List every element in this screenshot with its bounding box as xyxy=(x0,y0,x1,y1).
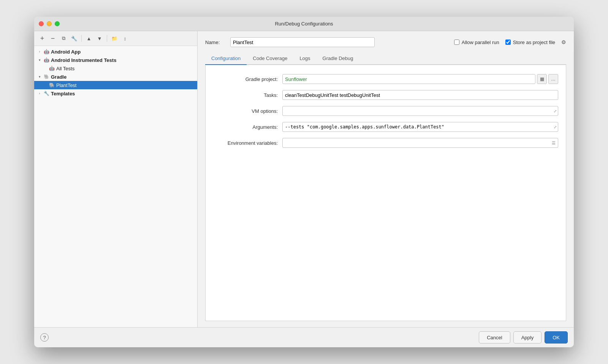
header-options: Allow parallel run Store as project file… xyxy=(454,39,566,45)
maximize-button[interactable] xyxy=(55,21,60,26)
vm-options-wrapper: ⤢ xyxy=(282,106,558,116)
templates-icon: 🔧 xyxy=(43,90,49,97)
sidebar-item-label: Android Instrumented Tests xyxy=(51,57,116,63)
dialog-title: Run/Debug Configurations xyxy=(275,21,333,27)
store-project-checkbox[interactable] xyxy=(505,40,511,45)
tab-gradle-debug[interactable]: Gradle Debug xyxy=(317,52,359,65)
remove-config-button[interactable]: − xyxy=(49,34,57,43)
sort-button[interactable]: ↕ xyxy=(121,34,129,43)
gradle-project-select-btn[interactable]: ▦ xyxy=(537,74,547,84)
folder-select-icon: ▦ xyxy=(540,76,544,82)
config-tree: 🤖 Android App 🤖 Android Instrumented Tes… xyxy=(34,46,197,327)
vm-options-row: VM options: ⤢ xyxy=(213,106,558,116)
tree-arrow-icon xyxy=(37,91,42,96)
main-content: Name: Allow parallel run Store as projec… xyxy=(198,31,574,327)
add-icon: + xyxy=(40,35,44,42)
window-controls xyxy=(39,21,60,26)
env-variables-wrapper: ☰ xyxy=(282,138,558,148)
more-icon: … xyxy=(551,76,556,82)
add-config-button[interactable]: + xyxy=(38,34,46,43)
sidebar-item-label: Templates xyxy=(51,91,75,97)
configuration-tab-content: Gradle project: ▦ … xyxy=(205,65,566,321)
vm-expand-icon[interactable]: ⤢ xyxy=(554,109,557,113)
sidebar-item-label: Gradle xyxy=(51,74,66,80)
env-variables-row: Environment variables: ☰ xyxy=(213,138,558,148)
sidebar-item-templates[interactable]: 🔧 Templates xyxy=(34,89,197,98)
allow-parallel-label: Allow parallel run xyxy=(462,40,499,45)
planttest-icon: 🐘 xyxy=(49,82,55,88)
up-arrow-icon: ▲ xyxy=(87,36,92,41)
all-tests-icon: 🤖 xyxy=(49,65,55,71)
android-app-icon: 🤖 xyxy=(43,49,49,55)
dialog-body: + − ⧉ 🔧 ▲ ▼ � xyxy=(34,31,574,327)
tree-arrow-icon xyxy=(37,58,42,62)
gradle-project-input[interactable] xyxy=(282,74,535,84)
sort-icon: ↕ xyxy=(124,36,127,41)
name-row: Name: Allow parallel run Store as projec… xyxy=(205,37,566,47)
gradle-icon: 🐘 xyxy=(43,74,49,80)
allow-parallel-row: Allow parallel run xyxy=(454,40,499,45)
gradle-project-row: Gradle project: ▦ … xyxy=(213,74,558,84)
tree-arrow-icon xyxy=(37,49,42,54)
ok-button[interactable]: OK xyxy=(545,331,568,343)
sidebar-item-all-tests[interactable]: 🤖 All Tests xyxy=(34,64,197,73)
tab-configuration[interactable]: Configuration xyxy=(205,52,247,65)
sidebar-item-label: Android App xyxy=(51,49,81,55)
sidebar-toolbar: + − ⧉ 🔧 ▲ ▼ � xyxy=(34,31,197,46)
arguments-expand-icon[interactable]: ⤢ xyxy=(554,125,557,129)
store-project-label: Store as project file xyxy=(513,40,555,45)
gradle-project-more-btn[interactable]: … xyxy=(548,74,558,84)
settings-gear-icon[interactable]: ⚙ xyxy=(561,39,566,45)
bottom-bar: ? Cancel Apply OK xyxy=(34,327,574,347)
folder-button[interactable]: 📁 xyxy=(110,34,119,43)
android-instrumented-icon: 🤖 xyxy=(43,57,49,63)
tasks-wrapper xyxy=(282,90,558,100)
apply-button[interactable]: Apply xyxy=(513,331,542,343)
minimize-button[interactable] xyxy=(47,21,52,26)
gradle-project-wrapper xyxy=(282,74,535,84)
help-button[interactable]: ? xyxy=(40,333,49,342)
remove-icon: − xyxy=(51,35,55,42)
tabs-bar: Configuration Code Coverage Logs Gradle … xyxy=(205,52,566,65)
name-label: Name: xyxy=(205,40,224,45)
sidebar-item-label: All Tests xyxy=(56,66,74,71)
move-down-button[interactable]: ▼ xyxy=(95,34,104,43)
cancel-button[interactable]: Cancel xyxy=(479,331,510,343)
arguments-wrapper: ⤢ xyxy=(282,122,558,132)
sidebar-item-label: PlantTest xyxy=(56,82,76,88)
sidebar-item-planttest[interactable]: 🐘 PlantTest xyxy=(34,81,197,89)
tree-arrow-icon xyxy=(37,74,42,79)
gradle-project-label: Gradle project: xyxy=(213,76,278,82)
title-bar: Run/Debug Configurations xyxy=(34,17,574,31)
env-variables-input[interactable] xyxy=(282,138,558,148)
run-debug-dialog: Run/Debug Configurations + − ⧉ 🔧 xyxy=(34,17,574,347)
sidebar-item-gradle[interactable]: 🐘 Gradle xyxy=(34,73,197,81)
sidebar-item-android-app[interactable]: 🤖 Android App xyxy=(34,47,197,56)
move-up-button[interactable]: ▲ xyxy=(85,34,93,43)
wrench-button[interactable]: 🔧 xyxy=(70,34,78,43)
sidebar-item-android-instrumented[interactable]: 🤖 Android Instrumented Tests xyxy=(34,56,197,64)
name-input[interactable] xyxy=(230,37,375,47)
tasks-input[interactable] xyxy=(282,90,558,100)
toolbar-separator-2 xyxy=(107,35,107,42)
folder-icon: 📁 xyxy=(111,36,117,41)
gradle-project-input-group: ▦ … xyxy=(282,74,558,84)
arguments-row: Arguments: ⤢ xyxy=(213,122,558,132)
arguments-input[interactable] xyxy=(282,122,558,132)
env-variables-label: Environment variables: xyxy=(213,140,278,146)
store-project-row: Store as project file xyxy=(505,40,555,45)
env-browse-icon[interactable]: ☰ xyxy=(550,139,557,147)
close-button[interactable] xyxy=(39,21,44,26)
down-arrow-icon: ▼ xyxy=(97,36,102,41)
tab-logs[interactable]: Logs xyxy=(293,52,316,65)
tasks-label: Tasks: xyxy=(213,92,278,98)
tab-code-coverage[interactable]: Code Coverage xyxy=(247,52,293,65)
copy-config-button[interactable]: ⧉ xyxy=(59,34,68,43)
allow-parallel-checkbox[interactable] xyxy=(454,40,459,45)
copy-icon: ⧉ xyxy=(62,35,65,41)
action-buttons: Cancel Apply OK xyxy=(479,331,568,343)
sidebar: + − ⧉ 🔧 ▲ ▼ � xyxy=(34,31,198,327)
toolbar-separator-1 xyxy=(81,35,82,42)
wrench-icon: 🔧 xyxy=(71,36,77,41)
vm-options-input[interactable] xyxy=(282,106,558,116)
